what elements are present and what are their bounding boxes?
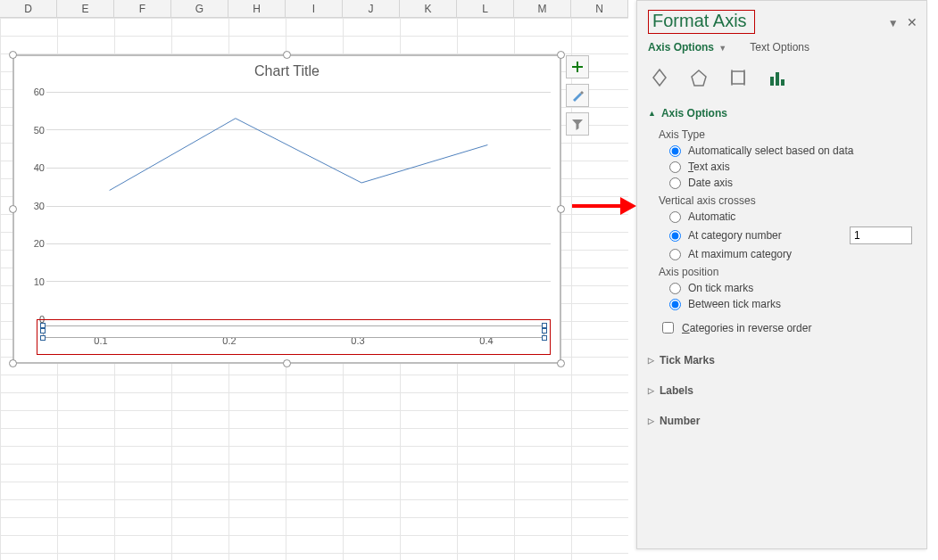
plus-icon [571, 61, 584, 73]
dropdown-icon[interactable]: ▼ [718, 44, 726, 53]
fill-line-icon[interactable] [648, 64, 671, 87]
format-axis-pane[interactable]: Format Axis ▼ ✕ Axis Options ▼ Text Opti… [636, 0, 927, 549]
annotation-arrow [572, 200, 636, 212]
selection-handle[interactable] [9, 359, 17, 367]
brush-icon [571, 89, 584, 102]
pane-category-icons [637, 59, 926, 98]
y-tick: 40 [20, 162, 45, 173]
checkbox-reverse-order[interactable] [662, 322, 674, 334]
radio-crosses-at-category[interactable] [669, 230, 681, 242]
selection-handle[interactable] [9, 205, 17, 213]
svg-rect-6 [781, 79, 784, 86]
svg-marker-0 [692, 70, 706, 86]
selection-handle[interactable] [283, 359, 291, 367]
y-tick: 20 [20, 238, 45, 249]
chart-y-axis[interactable]: 60 50 40 30 20 10 0 [20, 92, 45, 319]
col-header-j[interactable]: J [343, 0, 400, 17]
effects-icon[interactable] [687, 64, 710, 87]
checkbox-label[interactable]: Categories in reverse order [682, 322, 811, 334]
size-properties-icon[interactable] [726, 64, 750, 87]
col-header-h[interactable]: H [228, 0, 286, 17]
col-header-d[interactable]: D [0, 0, 57, 17]
radio-axis-type-text[interactable] [669, 161, 681, 173]
col-header-f[interactable]: F [114, 0, 171, 17]
section-labels[interactable]: ▷ Labels [648, 381, 916, 400]
column-headers: D E F G H I J K L M N [0, 0, 628, 18]
tab-label: Axis Options [648, 41, 714, 54]
axis-handle[interactable] [542, 335, 547, 341]
chart-object[interactable]: Chart Title 60 50 40 30 20 10 0 0.1 0.2 … [13, 55, 560, 363]
radio-label[interactable]: On tick marks [688, 282, 753, 294]
triangle-right-icon: ▷ [648, 356, 654, 365]
selection-handle[interactable] [557, 205, 565, 213]
col-header-k[interactable]: K [400, 0, 457, 17]
axis-handle[interactable] [40, 328, 46, 334]
subhead-vertical-crosses: Vertical axis crosses [659, 194, 916, 207]
radio-on-tick-marks[interactable] [669, 283, 681, 294]
radio-label[interactable]: Automatically select based on data [688, 144, 853, 157]
selection-handle[interactable] [283, 51, 291, 59]
pane-title: Format Axis [652, 11, 747, 30]
pane-title-highlight: Format Axis [648, 10, 755, 34]
radio-label[interactable]: Text axis [688, 161, 730, 173]
tab-axis-options[interactable]: Axis Options ▼ [648, 41, 726, 54]
input-at-category-number[interactable] [850, 226, 912, 244]
y-tick: 60 [20, 86, 45, 97]
radio-crosses-automatic[interactable] [669, 211, 681, 223]
selection-handle[interactable] [557, 51, 565, 59]
triangle-down-icon: ▲ [648, 109, 656, 118]
y-tick: 10 [20, 276, 45, 287]
funnel-icon [571, 118, 584, 130]
y-tick: 30 [20, 201, 45, 211]
radio-axis-type-date[interactable] [669, 177, 681, 189]
pane-options-dropdown-icon[interactable]: ▼ [888, 17, 899, 29]
tab-text-options[interactable]: Text Options [750, 41, 809, 54]
chart-elements-button[interactable] [566, 55, 589, 78]
pane-close-button[interactable]: ✕ [907, 15, 917, 29]
axis-handle[interactable] [542, 328, 547, 334]
col-header-e[interactable]: E [57, 0, 114, 17]
svg-rect-5 [776, 72, 779, 86]
radio-axis-type-auto[interactable] [669, 145, 681, 157]
chart-title[interactable]: Chart Title [14, 63, 560, 86]
axis-handle[interactable] [40, 335, 46, 341]
col-header-n[interactable]: N [571, 0, 628, 17]
selection-handle[interactable] [557, 359, 565, 367]
chart-filter-button[interactable] [566, 112, 589, 136]
section-label: Axis Options [661, 107, 727, 119]
selection-handle[interactable] [9, 51, 17, 59]
section-tick-marks[interactable]: ▷ Tick Marks [648, 350, 916, 370]
svg-rect-4 [770, 77, 774, 86]
col-header-g[interactable]: G [171, 0, 228, 17]
section-label: Tick Marks [660, 354, 715, 366]
radio-between-tick-marks[interactable] [669, 299, 681, 310]
section-label: Number [660, 415, 700, 427]
radio-label[interactable]: Date axis [688, 177, 733, 189]
chart-plot-area[interactable] [46, 92, 551, 319]
section-axis-options[interactable]: ▲ Axis Options [648, 103, 916, 123]
col-header-m[interactable]: M [514, 0, 571, 17]
radio-label[interactable]: At maximum category [688, 248, 792, 260]
section-label: Labels [660, 384, 693, 397]
y-tick: 50 [20, 125, 45, 136]
svg-rect-1 [732, 71, 744, 84]
radio-label[interactable]: Automatic [688, 210, 735, 223]
x-axis-selected[interactable] [43, 325, 544, 338]
triangle-right-icon: ▷ [648, 386, 654, 395]
subhead-axis-type: Axis Type [659, 128, 916, 141]
col-header-l[interactable]: L [457, 0, 514, 17]
subhead-axis-position: Axis position [659, 266, 916, 278]
radio-label[interactable]: Between tick marks [688, 298, 781, 310]
axis-options-icon[interactable] [766, 64, 789, 87]
x-axis-selection-highlight [37, 319, 551, 355]
chart-series-line[interactable] [46, 92, 551, 319]
radio-crosses-at-max[interactable] [669, 249, 681, 260]
col-header-i[interactable]: I [286, 0, 343, 17]
radio-label[interactable]: At category number [688, 229, 782, 242]
chart-floating-buttons [566, 55, 589, 136]
chart-styles-button[interactable] [566, 84, 589, 107]
section-number[interactable]: ▷ Number [648, 411, 916, 431]
triangle-right-icon: ▷ [648, 416, 654, 425]
